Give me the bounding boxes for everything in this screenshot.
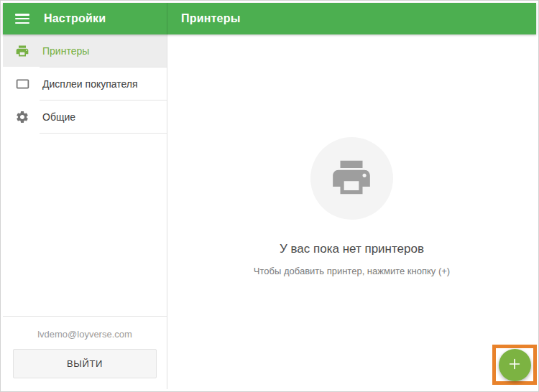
account-section: lvdemo@loyverse.com ВЫЙТИ [3, 316, 167, 389]
sidebar-item-general[interactable]: Общие [3, 101, 167, 133]
empty-state: У вас пока нет принтеров Чтобы добавить … [254, 137, 450, 276]
page-title: Принтеры [181, 12, 241, 25]
sidebar-item-printers[interactable]: Принтеры [3, 34, 167, 67]
customer-display-icon [14, 76, 30, 92]
gear-icon [14, 109, 30, 125]
settings-title: Настройки [44, 12, 106, 25]
annotation-highlight-box [492, 345, 537, 385]
printer-icon [329, 155, 374, 202]
app-body: Принтеры Дисплеи покупателя [3, 34, 536, 389]
empty-state-circle [310, 137, 393, 220]
printer-icon [14, 43, 30, 59]
empty-state-title: У вас пока нет принтеров [280, 242, 424, 256]
loyverse-settings-app: Настройки Принтеры Принтеры [3, 3, 536, 389]
header-content-section: Принтеры [167, 3, 536, 34]
printers-content-area: У вас пока нет принтеров Чтобы добавить … [167, 34, 536, 389]
sidebar-item-label: Общие [42, 111, 75, 123]
header-sidebar-section: Настройки [3, 3, 167, 34]
logout-button[interactable]: ВЫЙТИ [13, 349, 157, 378]
sidebar-item-customer-displays[interactable]: Дисплеи покупателя [3, 67, 167, 100]
add-printer-fab-button[interactable] [499, 349, 531, 381]
plus-icon [507, 356, 522, 374]
app-header: Настройки Принтеры [3, 3, 536, 34]
menu-hamburger-icon[interactable] [15, 14, 29, 24]
divider [40, 133, 167, 134]
sidebar-item-label: Дисплеи покупателя [42, 78, 138, 90]
account-email: lvdemo@loyverse.com [3, 317, 167, 340]
sidebar-item-label: Принтеры [42, 45, 89, 57]
screenshot-frame: Настройки Принтеры Принтеры [0, 0, 539, 392]
empty-state-hint: Чтобы добавить принтер, нажмите кнопку (… [254, 266, 450, 276]
settings-sidebar: Принтеры Дисплеи покупателя [3, 34, 167, 389]
